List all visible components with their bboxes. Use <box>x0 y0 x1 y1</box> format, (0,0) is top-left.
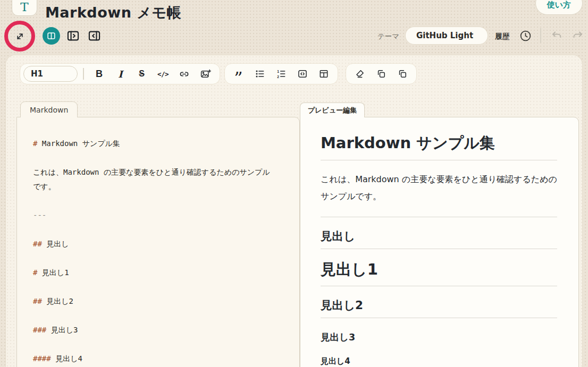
editor-line-heading: #### 見出し4 <box>33 352 276 366</box>
preview-h2: 見出し <box>321 229 557 249</box>
markdown-editor[interactable]: # Markdown サンプル集これは、Markdown の主要な要素をひと通り… <box>16 117 300 367</box>
toolbar-separator <box>83 68 84 80</box>
markdown-hash-marks: # <box>33 139 37 148</box>
show-right-panel-button[interactable] <box>66 29 80 43</box>
svg-text:1: 1 <box>277 70 279 73</box>
strikethrough-icon: S <box>139 69 145 79</box>
redo-button[interactable] <box>571 29 585 42</box>
main-panel: H1 BIS</> ”12 Markdown プレビュー編集 # Markdow… <box>5 55 583 367</box>
copy-html-button[interactable] <box>392 65 413 83</box>
toolbar-action-group <box>346 63 417 84</box>
preview-p: これは、Markdown の主要な要素をひと通り確認するためのサンプルです。 <box>321 171 557 205</box>
app-logo: T <box>12 0 37 16</box>
tab-preview-edit-label: プレビュー編集 <box>308 106 357 115</box>
expand-icon <box>14 30 26 42</box>
expand-button[interactable] <box>11 27 29 45</box>
eraser-icon <box>355 69 365 79</box>
history-button[interactable] <box>519 29 532 42</box>
bold-icon: B <box>96 69 103 80</box>
markdown-editor-content: # Markdown サンプル集これは、Markdown の主要な要素をひと通り… <box>33 136 283 366</box>
table-icon <box>318 69 329 79</box>
undo-arrow-icon <box>550 29 563 42</box>
tab-markdown-label: Markdown <box>30 106 68 114</box>
inline-code-button[interactable]: </> <box>153 65 174 83</box>
controls-divider <box>540 28 541 43</box>
bold-button[interactable]: B <box>89 65 110 83</box>
toolbar-block-group: ”12 <box>224 63 338 84</box>
copy-html-icon <box>397 69 408 79</box>
strikethrough-button[interactable]: S <box>131 65 153 83</box>
markdown-hash-marks: ## <box>33 297 42 305</box>
eraser-button[interactable] <box>349 65 371 83</box>
editor-line-heading: ## 見出し <box>33 237 276 251</box>
inline-code-icon: </> <box>157 70 169 78</box>
heading-level-value: H1 <box>31 69 43 79</box>
show-left-panel-button[interactable] <box>87 29 102 43</box>
markdown-hash-marks: # <box>33 268 37 277</box>
toolbar-format-group: H1 BIS</> <box>20 63 220 84</box>
link-button[interactable] <box>174 65 195 83</box>
insert-image-button[interactable] <box>195 65 216 83</box>
tab-preview-edit[interactable]: プレビュー編集 <box>300 103 365 117</box>
split-view-button[interactable] <box>43 27 60 45</box>
clock-icon <box>519 29 532 42</box>
preview-h4: 見出し4 <box>321 356 557 366</box>
preview-content: Markdown サンプル集これは、Markdown の主要な要素をひと通り確認… <box>321 133 557 367</box>
preview-h2: 見出し2 <box>321 298 557 318</box>
editor-line-heading: # Markdown サンプル集 <box>33 136 276 151</box>
redo-arrow-icon <box>572 29 584 42</box>
italic-button[interactable]: I <box>110 65 131 83</box>
theme-label: テーマ <box>377 32 399 41</box>
bullet-list-icon <box>255 69 265 79</box>
panel-open-left-icon <box>87 29 102 43</box>
ordered-list-icon: 12 <box>276 69 287 79</box>
preview-hr <box>321 217 557 217</box>
heading-level-select[interactable]: H1 <box>23 66 78 82</box>
preview-h1: 見出し1 <box>321 260 557 287</box>
table-button[interactable] <box>313 65 334 83</box>
tab-markdown[interactable]: Markdown <box>20 101 78 117</box>
insert-image-icon <box>200 69 211 80</box>
editor-line-heading: ## 見出し2 <box>33 294 276 309</box>
bullet-list-button[interactable] <box>249 65 271 83</box>
markdown-hash-marks: #### <box>33 354 51 363</box>
split-columns-icon <box>46 31 56 41</box>
markdown-hash-marks: ## <box>33 240 42 248</box>
ordered-list-button[interactable]: 12 <box>271 65 292 83</box>
blockquote-icon: ” <box>234 72 242 76</box>
italic-icon: I <box>118 69 122 80</box>
editor-line-paragraph: これは、Markdown の主要な要素をひと通り確認するためのサンプルです。 <box>33 165 276 194</box>
link-icon <box>179 69 190 80</box>
theme-select-value: GitHub Light <box>416 31 473 40</box>
markdown-hash-marks: ### <box>33 326 46 334</box>
editor-line-heading: # 見出し1 <box>33 266 276 280</box>
page-title: Markdown メモ帳 <box>45 3 181 22</box>
preview-h3: 見出し3 <box>321 331 557 344</box>
help-button[interactable]: 使い方 <box>535 0 583 15</box>
code-block-button[interactable] <box>292 65 313 83</box>
preview-pane[interactable]: Markdown サンプル集これは、Markdown の主要な要素をひと通り確認… <box>300 117 579 367</box>
editor-line-heading: ### 見出し3 <box>33 323 276 337</box>
code-block-icon <box>297 69 308 79</box>
preview-h1: Markdown サンプル集 <box>321 133 557 160</box>
format-toolbar: H1 BIS</> ”12 <box>20 63 417 84</box>
history-label: 履歴 <box>495 32 509 41</box>
blockquote-button[interactable]: ” <box>228 65 249 83</box>
editor-line-hr: --- <box>33 208 276 223</box>
annotation-circle <box>4 21 35 52</box>
copy-markdown-icon <box>376 69 387 79</box>
copy-markdown-button[interactable] <box>371 65 392 83</box>
app-logo-letter: T <box>20 1 28 13</box>
panel-open-right-icon <box>66 29 80 43</box>
theme-select[interactable]: GitHub Light <box>405 27 488 45</box>
svg-text:2: 2 <box>277 75 279 79</box>
undo-button[interactable] <box>550 29 564 42</box>
